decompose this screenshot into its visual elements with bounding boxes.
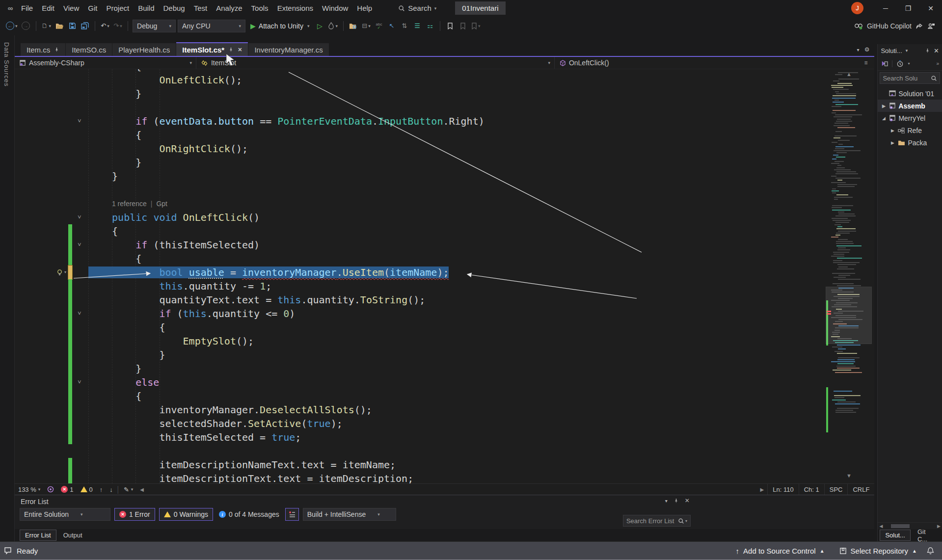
- codelens-references[interactable]: 1 reference|Gpt: [87, 197, 167, 211]
- next-bookmark-button[interactable]: ▾: [470, 20, 482, 32]
- format-indent-button[interactable]: ☰: [412, 20, 423, 32]
- comment-button[interactable]: ⚏: [425, 20, 435, 32]
- tab-settings-gear-icon[interactable]: ⚙: [864, 46, 870, 53]
- notifications-bell-icon[interactable]: [927, 547, 934, 555]
- save-button[interactable]: [67, 20, 78, 32]
- undo-button[interactable]: ↶▾: [100, 20, 110, 32]
- next-issue-button[interactable]: ↓: [106, 484, 116, 495]
- tab-output[interactable]: Output: [58, 530, 87, 540]
- tree-item-merryyel[interactable]: ◢ # MerryYel: [878, 112, 942, 124]
- line-operations-button[interactable]: ⇅: [399, 20, 410, 32]
- document-tab-inventorymanagercs[interactable]: InventoryManager.cs: [248, 43, 328, 56]
- restore-button[interactable]: ❐: [897, 0, 919, 16]
- data-sources-tool-tab[interactable]: Data Sources: [3, 42, 10, 87]
- menu-help[interactable]: Help: [352, 0, 377, 16]
- tab-error-list[interactable]: Error List: [20, 530, 56, 541]
- global-search-button[interactable]: Search ▾: [393, 2, 441, 14]
- expand-collapse-icon[interactable]: ▶: [881, 104, 887, 108]
- previous-bookmark-button[interactable]: [458, 20, 468, 32]
- expand-collapse-icon[interactable]: ▶: [889, 128, 895, 133]
- bookmark-button[interactable]: [445, 20, 456, 32]
- document-tab-itemsocs[interactable]: ItemSO.cs: [66, 43, 112, 56]
- navigate-forward-button[interactable]: →: [21, 20, 31, 32]
- document-tab-itemslotcs[interactable]: ItemSlot.cs* ✕: [176, 42, 248, 56]
- navigate-back-button[interactable]: ←▾: [5, 20, 19, 32]
- solution-configuration-dropdown[interactable]: Debug▾: [133, 20, 176, 32]
- window-layout-button[interactable]: ⊟▾: [361, 20, 372, 32]
- select-repository-button[interactable]: Select Repository ▲: [834, 547, 922, 555]
- error-list-search-input[interactable]: Search Error List ▾: [623, 515, 691, 527]
- code-cleanup-button[interactable]: ✎▾: [120, 484, 136, 495]
- health-indicator-icon[interactable]: [44, 484, 57, 495]
- menu-test[interactable]: Test: [189, 0, 212, 16]
- attach-to-unity-button[interactable]: ▶ Attach to Unity ▾: [247, 20, 312, 32]
- pin-icon[interactable]: [925, 48, 930, 53]
- pending-changes-filter-icon[interactable]: [896, 60, 904, 67]
- previous-issue-button[interactable]: ↑: [96, 484, 107, 495]
- menu-edit[interactable]: Edit: [37, 0, 59, 16]
- solution-platform-dropdown[interactable]: Any CPU▾: [178, 20, 245, 32]
- github-copilot-badge[interactable]: GitHub Copilot: [854, 22, 942, 30]
- menu-file[interactable]: File: [17, 0, 37, 16]
- breadcrumb-project-dropdown[interactable]: Assembly-CSharp ▾: [15, 57, 196, 69]
- tree-item-solution01[interactable]: Solution '01: [878, 87, 942, 100]
- tree-item-assemb[interactable]: ▶ # Assemb: [878, 100, 942, 112]
- expand-collapse-icon[interactable]: ◢: [881, 116, 887, 121]
- show-details-button[interactable]: [285, 508, 299, 521]
- errors-filter-button[interactable]: ✕ 1 Error: [114, 508, 155, 521]
- fold-toggle[interactable]: ˅: [72, 114, 87, 128]
- scroll-right-icon[interactable]: ▶: [757, 484, 768, 495]
- find-in-files-button[interactable]: [348, 20, 359, 32]
- menu-extensions[interactable]: Extensions: [273, 0, 318, 16]
- pin-icon[interactable]: [673, 498, 679, 504]
- user-avatar[interactable]: J: [851, 2, 863, 14]
- document-tab-playerhealthcs[interactable]: PlayerHealth.cs: [112, 43, 176, 56]
- line-ending-indicator[interactable]: CRLF: [847, 484, 874, 495]
- chevron-down-icon[interactable]: ▾: [908, 61, 910, 66]
- messages-filter-button[interactable]: i 0 of 4 Messages: [217, 510, 281, 518]
- scrollbar-thumb[interactable]: [891, 524, 910, 528]
- chevron-down-icon[interactable]: ▾: [906, 48, 908, 53]
- fold-toggle[interactable]: ˅: [72, 307, 87, 320]
- share-icon[interactable]: [915, 23, 923, 29]
- add-to-source-control-button[interactable]: ↑ Add to Source Control ▲: [731, 547, 830, 555]
- close-panel-icon[interactable]: ✕: [685, 497, 690, 504]
- split-editor-handle[interactable]: ≡: [850, 59, 874, 66]
- pin-icon[interactable]: [54, 47, 59, 53]
- pin-icon[interactable]: [228, 47, 234, 53]
- scroll-down-icon[interactable]: ▼: [846, 473, 852, 479]
- tab-git-changes[interactable]: Git C...: [913, 527, 942, 542]
- zoom-level-dropdown[interactable]: 133 %▾: [15, 484, 44, 495]
- solution-search-input[interactable]: Search Solu: [880, 72, 940, 84]
- close-panel-icon[interactable]: ✕: [934, 47, 939, 54]
- menu-view[interactable]: View: [59, 0, 83, 16]
- scroll-left-icon[interactable]: ◀: [878, 524, 884, 529]
- minimap-viewport[interactable]: [826, 287, 871, 344]
- fold-toggle[interactable]: ˅: [72, 238, 87, 252]
- send-feedback-icon[interactable]: [927, 23, 935, 29]
- save-all-button[interactable]: [80, 20, 90, 32]
- sync-with-active-document-icon[interactable]: [881, 60, 888, 67]
- menu-window[interactable]: Window: [318, 0, 352, 16]
- tree-item-refe[interactable]: ▶ Refe: [878, 124, 942, 136]
- feedback-icon[interactable]: [4, 547, 12, 555]
- spell-check-button[interactable]: abc✓: [374, 20, 384, 32]
- tab-list-dropdown-icon[interactable]: ▾: [857, 47, 860, 53]
- tree-item-packa[interactable]: ▶ Packa: [878, 136, 942, 149]
- menu-build[interactable]: Build: [134, 0, 159, 16]
- error-source-dropdown[interactable]: Build + IntelliSense▾: [303, 508, 396, 521]
- minimap-scrollbar[interactable]: ▲ ▼: [826, 69, 871, 483]
- error-count-indicator[interactable]: ✕ 1: [57, 484, 77, 495]
- menu-debug[interactable]: Debug: [159, 0, 189, 16]
- menu-git[interactable]: Git: [83, 0, 102, 16]
- open-file-button[interactable]: [54, 20, 65, 32]
- scroll-left-icon[interactable]: ◀: [136, 484, 147, 495]
- error-scope-dropdown[interactable]: Entire Solution▾: [20, 508, 110, 521]
- menu-analyze[interactable]: Analyze: [212, 0, 246, 16]
- new-project-button[interactable]: 🗋▾: [41, 20, 53, 32]
- column-indicator[interactable]: Ch: 1: [799, 484, 824, 495]
- minimize-button[interactable]: ─: [874, 0, 897, 16]
- menu-project[interactable]: Project: [102, 0, 134, 16]
- close-button[interactable]: ✕: [919, 0, 942, 16]
- close-tab-icon[interactable]: ✕: [238, 47, 242, 53]
